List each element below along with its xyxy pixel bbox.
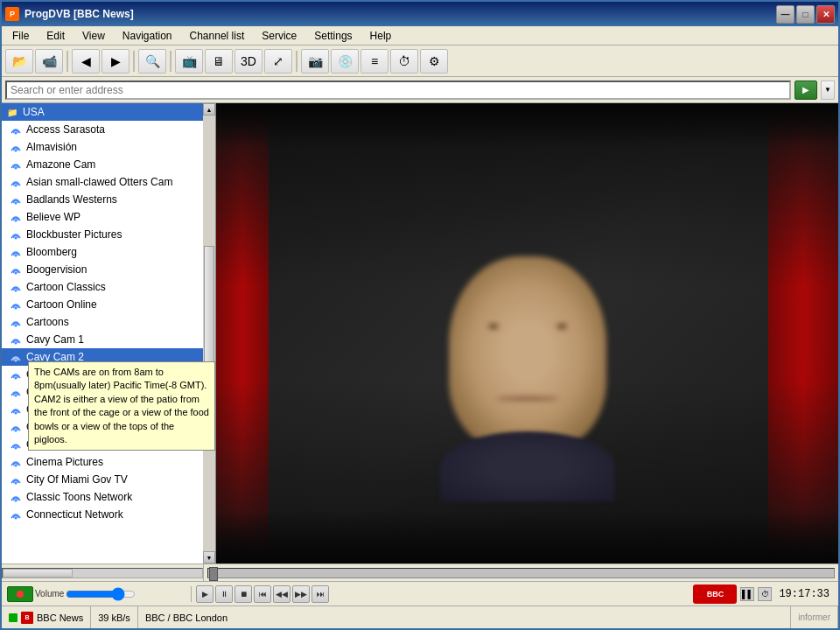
channel-list[interactable]: 📁 USA Access Sarasota Almavisión — [2, 103, 215, 564]
channel-item[interactable]: Asian small-clawed Otters Cam — [2, 173, 215, 191]
signal-indicator — [9, 613, 18, 622]
monitor-button[interactable]: 🖥 — [205, 49, 233, 74]
close-button[interactable]: ✕ — [816, 5, 835, 24]
channel-status: B BBC News — [2, 606, 91, 628]
list-button[interactable]: ≡ — [360, 49, 388, 74]
channel-signal-icon — [9, 228, 23, 241]
search-button[interactable]: 🔍 — [138, 49, 166, 74]
tooltip: The CAMs are on from 8am to 8pm(usually … — [28, 361, 215, 451]
channel-name: Bloomberg — [26, 246, 77, 258]
channel-item[interactable]: Almavisión — [2, 138, 215, 156]
prev-button[interactable]: ⏮ — [254, 585, 271, 603]
left-scroll-track[interactable] — [2, 568, 203, 578]
video-bottom-gradient — [216, 511, 838, 564]
menu-bar: File Edit View Navigation Channel list S… — [2, 26, 838, 46]
play-button[interactable]: ▶ — [196, 585, 214, 603]
channel-name: Cartoon Online — [26, 298, 97, 311]
eye-right — [556, 324, 567, 329]
channel-item[interactable]: Cartoon Classics — [2, 278, 215, 296]
channel-item[interactable]: Cartoon Online — [2, 296, 215, 313]
channel-item[interactable]: Blockbuster Pictures — [2, 226, 215, 243]
channel-name: Boogervision — [26, 263, 87, 276]
channel-name: Access Sarasota — [26, 123, 105, 136]
settings-button[interactable]: ⚙ — [420, 49, 448, 74]
progress-thumb[interactable] — [209, 567, 218, 581]
channel-item[interactable]: Badlands Westerns — [2, 191, 215, 208]
channel-signal-icon — [9, 386, 23, 398]
toolbar-sep-1 — [66, 51, 68, 72]
search-input[interactable] — [5, 80, 791, 100]
svg-point-16 — [15, 412, 18, 415]
rewind-button[interactable]: ◀◀ — [273, 585, 290, 603]
forward-button[interactable]: ▶▶ — [292, 585, 310, 603]
menu-help[interactable]: Help — [363, 28, 399, 44]
scroll-up-arrow[interactable]: ▲ — [203, 103, 215, 116]
progress-bar-container[interactable] — [207, 568, 835, 578]
back-button[interactable]: ◀ — [72, 49, 100, 74]
menu-navigation[interactable]: Navigation — [116, 28, 179, 44]
channel-item[interactable]: Access Sarasota — [2, 121, 215, 138]
tv-button[interactable]: 📺 — [175, 49, 203, 74]
menu-service[interactable]: Service — [255, 28, 304, 44]
playback-row: Volume ▶ ⏸ ⏹ ⏮ ◀◀ ▶▶ ⏭ BBC ▌▌ ⏱ — [2, 581, 838, 606]
resize-button[interactable]: ⤢ — [264, 49, 292, 74]
svg-point-7 — [15, 255, 18, 257]
forward-button[interactable]: ▶ — [102, 49, 130, 74]
channel-item[interactable]: Classic Toons Network — [2, 488, 215, 506]
svg-point-0 — [15, 132, 18, 135]
channel-item[interactable]: Connecticut Network — [2, 506, 215, 523]
svg-point-5 — [15, 220, 18, 222]
channel-info-status: BBC / BBC London — [138, 606, 791, 628]
timer-button[interactable]: ⏱ — [390, 49, 418, 74]
channel-item[interactable]: Cartoons — [2, 313, 215, 331]
left-scroll-thumb[interactable] — [3, 569, 73, 578]
eye-left — [488, 324, 499, 329]
video-top-gradient — [216, 103, 838, 147]
scrollbar-track[interactable] — [203, 116, 215, 551]
channel-signal-icon — [9, 246, 23, 258]
channel-name: Believe WP — [26, 211, 80, 223]
capture-button[interactable]: 📷 — [301, 49, 329, 74]
channel-name: Cartoon Classics — [26, 281, 106, 293]
menu-channel-list[interactable]: Channel list — [183, 28, 252, 44]
maximize-button[interactable]: □ — [796, 5, 815, 24]
main-window: P ProgDVB [BBC News] — □ ✕ File Edit Vie… — [0, 0, 840, 630]
channel-item[interactable]: Bloomberg — [2, 243, 215, 261]
next-button[interactable]: ⏭ — [312, 585, 329, 603]
title-bar: P ProgDVB [BBC News] — □ ✕ — [2, 2, 838, 26]
scroll-down-arrow[interactable]: ▼ — [203, 551, 215, 564]
channel-item[interactable]: Boogervision — [2, 261, 215, 278]
svg-point-12 — [15, 342, 18, 345]
open-button[interactable]: 📂 — [5, 49, 33, 74]
svg-point-15 — [15, 395, 18, 397]
playback-buttons: ▶ ⏸ ⏹ ⏮ ◀◀ ▶▶ ⏭ — [192, 585, 332, 603]
channel-name: Badlands Westerns — [26, 193, 117, 206]
dropdown-button[interactable]: ▼ — [821, 80, 835, 100]
threed-button[interactable]: 3D — [234, 49, 262, 74]
go-button[interactable]: ▶ — [794, 80, 817, 100]
app-icon: P — [5, 7, 19, 21]
bitrate-status: 39 kB/s — [91, 606, 138, 628]
menu-edit[interactable]: Edit — [39, 28, 72, 44]
menu-file[interactable]: File — [5, 28, 36, 44]
menu-settings[interactable]: Settings — [307, 28, 359, 44]
channel-name: Almavisión — [26, 141, 77, 153]
menu-view[interactable]: View — [75, 28, 112, 44]
channel-item[interactable]: Cinema Pictures — [2, 453, 215, 471]
channel-group-usa[interactable]: 📁 USA — [2, 103, 215, 121]
pause-button[interactable]: ⏸ — [215, 585, 233, 603]
channel-name: Cinema Pictures — [26, 456, 103, 468]
channel-item[interactable]: City Of Miami Gov TV — [2, 471, 215, 488]
channel-item[interactable]: Cavy Cam 1 — [2, 331, 215, 348]
svg-point-18 — [15, 447, 18, 450]
minimize-button[interactable]: — — [776, 5, 794, 24]
scrollbar-vertical[interactable]: ▲ ▼ — [203, 103, 215, 564]
volume-slider[interactable] — [66, 588, 136, 600]
record-button[interactable]: 📹 — [35, 49, 63, 74]
channel-item[interactable]: Amazone Cam — [2, 156, 215, 173]
svg-point-8 — [15, 272, 18, 275]
svg-point-6 — [15, 237, 18, 240]
dvd-button[interactable]: 💿 — [331, 49, 359, 74]
channel-item[interactable]: Believe WP — [2, 208, 215, 226]
stop-button[interactable]: ⏹ — [234, 585, 252, 603]
